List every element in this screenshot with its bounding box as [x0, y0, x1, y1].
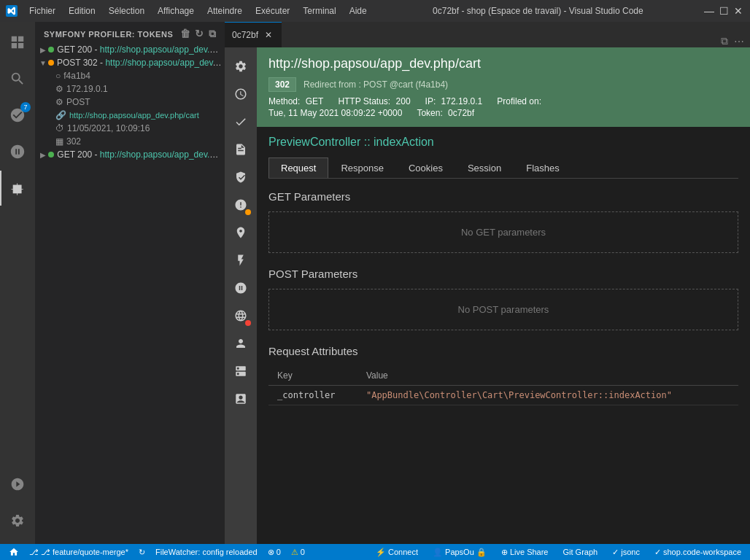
branch-button[interactable]: ⎇ ⎇ feature/quote-merge*	[26, 548, 131, 557]
workspace-button[interactable]: ✓ shop.code-workspace	[652, 548, 744, 557]
title-bar: Fichier Edition Sélection Affichage Atte…	[0, 0, 750, 22]
tab-0c72bf[interactable]: 0c72bf ✕	[225, 22, 282, 47]
table-row: _controller"AppBundle\Controller\Cart\Pr…	[268, 386, 738, 405]
profiler-meta-row2: Tue, 11 May 2021 08:09:22 +0000 Token: 0…	[268, 108, 738, 118]
profiler-routes-icon[interactable]	[228, 219, 254, 246]
profiler-config-icon[interactable]	[228, 53, 254, 79]
activity-remote-icon[interactable]	[0, 467, 35, 502]
menu-terminal[interactable]: Terminal	[297, 4, 341, 18]
menu-atteindre[interactable]: Atteindre	[201, 4, 248, 18]
format-button[interactable]: ✓ jsonc	[609, 548, 643, 557]
profiler-time-icon[interactable]	[228, 81, 254, 107]
settings-icon: ⚙	[55, 84, 63, 94]
get-params-empty: No GET parameters	[268, 211, 738, 253]
tree-item-label: 302	[66, 136, 81, 147]
tab-session[interactable]: Session	[455, 158, 514, 178]
profiler-main-content: http://shop.papsou/app_dev.php/cart 302 …	[257, 47, 750, 544]
menu-affichage[interactable]: Affichage	[152, 4, 200, 18]
controller-link[interactable]: PreviewController :: indexAction	[268, 136, 434, 148]
profiler-logs-icon[interactable]	[228, 136, 254, 163]
list-item[interactable]: ▶ GET 200 - http://shop.papsou/app_dev.p…	[35, 43, 225, 56]
post-params-title: POST Parameters	[268, 268, 738, 280]
tree-item-label: GET 200 - http://shop.papsou/app_dev.php…	[57, 149, 222, 160]
tab-flashes[interactable]: Flashes	[514, 158, 572, 178]
list-item[interactable]: ⏱ 11/05/2021, 10:09:16	[35, 122, 225, 135]
tree-item-label: POST 302 - http://shop.papsou/app_dev.ph…	[57, 58, 222, 68]
profiler-header: http://shop.papsou/app_dev.php/cart 302 …	[257, 47, 750, 127]
status-bar-left: ⎇ ⎇ feature/quote-merge* ↻ FileWatcher: …	[6, 547, 308, 557]
main-layout: 7	[0, 22, 750, 544]
activity-explorer-icon[interactable]	[0, 25, 35, 60]
split-editor-icon[interactable]: ⧉	[721, 35, 728, 47]
remote-icon[interactable]	[6, 547, 22, 557]
profiler-cache-icon[interactable]	[228, 275, 254, 301]
tab-bar: 0c72bf ✕ ⧉ ⋯	[225, 22, 750, 47]
exception-dot	[245, 209, 251, 215]
list-item[interactable]: ○ f4a1b4	[35, 69, 225, 82]
filewatcher-status[interactable]: FileWatcher: config reloaded	[152, 548, 260, 556]
minimize-button[interactable]: —	[703, 5, 715, 17]
profiler-translation-icon[interactable]	[228, 303, 254, 329]
attr-key: _controller	[268, 386, 357, 405]
refresh-icon[interactable]: ↻	[195, 28, 204, 40]
menu-aide[interactable]: Aide	[344, 4, 373, 18]
clock-icon: ⏱	[55, 123, 64, 133]
profiler-security-icon[interactable]	[228, 164, 254, 190]
attr-value: "AppBundle\Controller\Cart\PreviewContro…	[357, 386, 738, 405]
list-item[interactable]: 🔗 http://shop.papsou/app_dev.php/cart	[35, 109, 225, 122]
menu-selection[interactable]: Sélection	[103, 4, 150, 18]
split-icon[interactable]: ⧉	[209, 28, 217, 40]
connect-label: ⚡ Connect	[376, 548, 418, 557]
tab-request[interactable]: Request	[268, 158, 328, 178]
list-item[interactable]: ▶ GET 200 - http://shop.papsou/app_dev.p…	[35, 148, 225, 161]
profiler-layout-icon[interactable]	[228, 386, 254, 412]
format-label: ✓ jsonc	[612, 548, 640, 557]
tab-close-button[interactable]: ✕	[263, 29, 274, 41]
status-green-icon	[48, 47, 54, 52]
delete-icon[interactable]: 🗑	[180, 28, 191, 40]
list-item[interactable]: ⚙ 172.19.0.1	[35, 82, 225, 96]
profiler-check-icon[interactable]	[228, 109, 254, 135]
col-value: Value	[357, 366, 738, 386]
activity-debug-icon[interactable]	[0, 134, 35, 169]
sidebar: Symfony Profiler: Tokens 🗑 ↻ ⧉ ▶ GET 200…	[35, 22, 225, 544]
method-label: Method: GET	[268, 96, 323, 106]
menu-fichier[interactable]: Fichier	[23, 4, 61, 18]
list-item[interactable]: ▼ POST 302 - http://shop.papsou/app_dev.…	[35, 56, 225, 69]
tree-item-label: GET 200 - http://shop.papsou/app_dev.php…	[57, 44, 222, 55]
tree-item-label: 11/05/2021, 10:09:16	[67, 123, 150, 133]
activity-git-icon[interactable]: 7	[0, 98, 35, 133]
request-attrs-title: Request Attributes	[268, 345, 738, 357]
live-share-button[interactable]: ⊕ Live Share	[498, 548, 552, 557]
warnings-button[interactable]: ⚠ 0	[288, 548, 308, 557]
maximize-button[interactable]: ☐	[718, 5, 730, 17]
tab-cookies[interactable]: Cookies	[396, 158, 455, 178]
sync-button[interactable]: ↻	[136, 548, 148, 557]
menu-executer[interactable]: Exécuter	[250, 4, 295, 18]
close-button[interactable]: ✕	[732, 5, 744, 17]
token-label-value: Token: 0c72bf	[417, 108, 474, 118]
user-button[interactable]: 👤 PapsOu 🔒	[430, 548, 490, 557]
list-item[interactable]: ▦ 302	[35, 135, 225, 148]
connect-button[interactable]: ⚡ Connect	[373, 548, 421, 557]
profiler-db-icon[interactable]	[228, 358, 254, 384]
more-actions-icon[interactable]: ⋯	[734, 36, 744, 47]
tab-response[interactable]: Response	[328, 158, 396, 178]
menu-edition[interactable]: Edition	[63, 4, 101, 18]
activity-search-icon[interactable]	[0, 61, 35, 96]
expand-arrow-icon: ▶	[38, 46, 48, 54]
profiler-body: GET Parameters No GET parameters POST Pa…	[257, 179, 750, 544]
tree-item-label: POST	[66, 97, 90, 107]
list-item[interactable]: ⚙ POST	[35, 96, 225, 109]
error-icon: ⊗	[268, 548, 274, 557]
tab-label: 0c72bf	[232, 30, 258, 40]
profiler-events-icon[interactable]	[228, 247, 254, 273]
status-bar: ⎇ ⎇ feature/quote-merge* ↻ FileWatcher: …	[0, 544, 750, 560]
errors-button[interactable]: ⊗ 0	[265, 548, 284, 557]
expand-arrow-icon: ▶	[38, 151, 48, 159]
profiler-user-icon[interactable]	[228, 330, 254, 357]
activity-settings-icon[interactable]	[0, 503, 35, 538]
activity-extensions-icon[interactable]	[0, 171, 35, 206]
git-graph-button[interactable]: Git Graph	[560, 548, 601, 556]
profiler-exception-icon[interactable]	[228, 192, 254, 218]
